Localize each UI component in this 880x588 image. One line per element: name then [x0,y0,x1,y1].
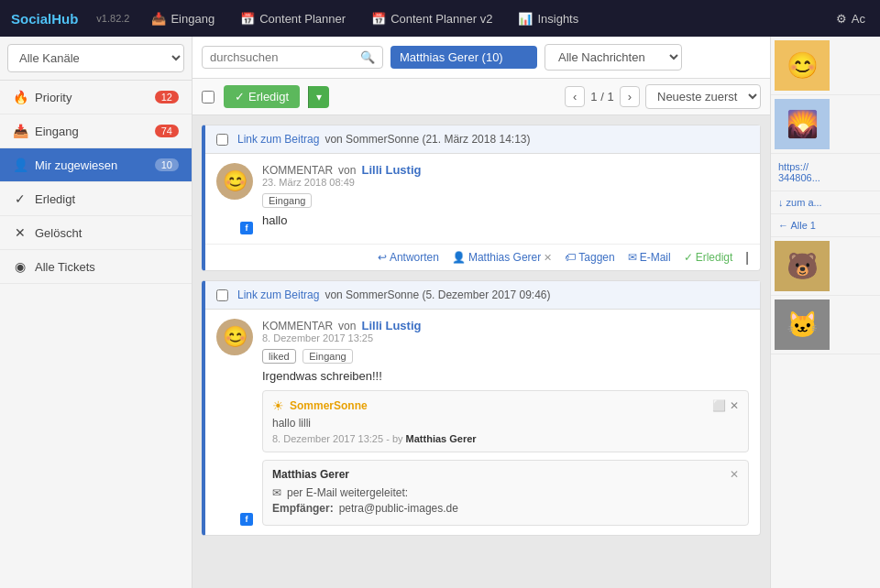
done-dropdown-button[interactable]: ▾ [308,86,329,108]
forwarded-header-2: Matthias Gerer ✕ [272,468,739,481]
nav-eingang[interactable]: 📥 Eingang [148,12,218,26]
done-action-1[interactable]: ✓ Erledigt [684,251,733,264]
rp-link-3[interactable]: https://344806... [775,158,876,187]
rp-avatar-1: 😊 [775,40,830,91]
rp-item-7[interactable]: 🐱 [771,296,880,354]
forwarded-sender-2: Matthias Gerer [272,468,349,481]
right-panel: 😊 🌄 https://344806... ↓ zum a... ← Alle … [770,37,880,588]
sidebar-item-eingang[interactable]: 📥 Eingang 74 [0,114,192,148]
gear-icon: ⚙ [836,12,847,26]
email-fw-icon: ✉ [272,486,281,499]
search-input-wrap[interactable]: 🔍 [202,46,383,69]
prev-page-button[interactable]: ‹ [565,86,585,107]
rp-item-4[interactable]: ↓ zum a... [771,191,880,214]
msg-avatar-1: 😊 [216,163,253,200]
search-input[interactable] [210,50,357,64]
check-icon: ✓ [13,191,28,206]
channel-dropdown[interactable]: Alle Kanäle [7,44,184,72]
msg-header-meta-2: von SommerSonne (5. Dezember 2017 09:46) [324,289,550,301]
msg-date-1: 23. März 2018 08:49 [262,177,749,188]
sort-select[interactable]: Neueste zuerst [645,84,761,109]
forwarded-section-2: Matthias Gerer ✕ ✉ per E-Mail weitergele… [262,460,749,526]
rp-action-4[interactable]: ↓ zum a... [775,195,876,210]
inbox-icon: 📥 [151,12,166,26]
calendar2-icon: 📅 [371,12,386,26]
quoted-header-2: ☀ SommerSonne ⬜ ✕ [272,398,739,413]
calendar-icon: 📅 [240,12,255,26]
eingang-badge: 74 [155,125,179,137]
facebook-badge-2: f [240,513,253,526]
quoted-text-2: hallo lilli [272,417,739,430]
nav-insights[interactable]: 📊 Insights [514,12,582,26]
quoted-meta-2: 8. Dezember 2017 13:25 - by Matthias Ger… [272,433,739,444]
fire-icon: 🔥 [13,90,28,104]
search-icon: 🔍 [360,50,375,64]
sidebar-item-priority[interactable]: 🔥 Priority 12 [0,81,192,114]
done-button[interactable]: ✓ Erledigt [224,85,300,108]
msg-link-2[interactable]: Link zum Beitrag [237,289,319,301]
check-done-icon: ✓ [235,90,245,103]
channel-dropdown-wrap[interactable]: Alle Kanäle [0,37,192,81]
cursor-indicator: | [745,250,749,265]
rp-action-5[interactable]: ← Alle 1 [775,218,876,233]
msg-tags-2: liked Eingang [262,349,749,369]
priority-badge: 12 [155,91,179,103]
forwarded-close-2[interactable]: ✕ [730,468,739,481]
messages-filter-select[interactable]: Alle Nachrichten [544,44,682,71]
next-page-button[interactable]: › [620,86,640,107]
message-card-2: Link zum Beitrag von SommerSonne (5. Dez… [202,280,761,536]
main-content: 🔍 Matthias Gerer (10) Alle Nachrichten ✓… [192,37,770,588]
forwarded-type-row: ✉ per E-Mail weitergeleitet: [272,486,739,499]
rp-item-3[interactable]: https://344806... [771,154,880,191]
rp-item-1[interactable]: 😊 [771,37,880,95]
action-bar: ✓ Erledigt ▾ ‹ 1 / 1 › Neueste zuerst [192,79,770,115]
msg-author-1: Lilli Lustig [361,163,421,177]
rp-photo-6: 🐻 [775,241,830,291]
msg-author-2: Lilli Lustig [361,319,421,332]
msg-checkbox-2[interactable] [216,289,228,301]
sidebar-item-alle-tickets[interactable]: ◉ Alle Tickets [0,250,192,284]
rp-item-5[interactable]: ← Alle 1 [771,214,880,237]
chart-icon: 📊 [518,12,533,26]
reply-action-1[interactable]: ↩ Antworten [378,251,439,264]
msg-tags-1: Eingang [262,193,749,213]
inbox-sidebar-icon: 📥 [13,124,28,138]
nav-content-planner-v2[interactable]: 📅 Content Planner v2 [368,12,496,26]
brand-social: Social [11,11,51,27]
msg-checkbox-1[interactable] [216,134,228,146]
msg-text-1: hallo [262,213,749,227]
nav-content-planner[interactable]: 📅 Content Planner [236,12,349,26]
close-quoted-icon[interactable]: ✕ [730,399,739,412]
tickets-icon: ◉ [13,259,28,274]
brand-hub: Hub [51,11,78,27]
settings-button[interactable]: ⚙ Ac [832,12,869,26]
user-icon: 👤 [13,158,28,172]
msg-author-row-1: KOMMENTAR von Lilli Lustig [262,163,749,177]
sun-icon: ☀ [272,398,284,413]
version-label: v1.82.2 [96,13,129,24]
rp-item-2[interactable]: 🌄 [771,95,880,154]
search-bar: 🔍 Matthias Gerer (10) Alle Nachrichten [192,37,770,79]
msg-link-1[interactable]: Link zum Beitrag [237,133,319,146]
tag-action-1[interactable]: 🏷 Taggen [565,251,614,264]
rp-item-6[interactable]: 🐻 [771,237,880,296]
sidebar-item-geloscht[interactable]: ✕ Gelöscht [0,216,192,250]
msg-text-2: Irgendwas schreiben!!! [262,369,749,383]
sidebar-item-erledigt[interactable]: ✓ Erledigt [0,182,192,216]
message-card-1: Link zum Beitrag von SommerSonne (21. Mä… [202,125,761,271]
expand-icon[interactable]: ⬜ [712,399,726,412]
top-navigation: SocialHub v1.82.2 📥 Eingang 📅 Content Pl… [0,0,880,37]
email-action-1[interactable]: ✉ E-Mail [628,251,671,264]
msg-von: von [338,164,356,177]
assign-x-1[interactable]: ✕ [544,252,552,264]
assign-action-1[interactable]: 👤 Matthias Gerer ✕ [452,251,552,264]
pagination-wrap: ‹ 1 / 1 › Neueste zuerst [565,84,761,109]
select-all-checkbox[interactable] [202,91,214,103]
msg-author-row-2: KOMMENTAR von Lilli Lustig [262,319,749,332]
sidebar-item-mir-zugewiesen[interactable]: 👤 Mir zugewiesen 10 [0,148,192,182]
msg-body-1: 😊 f KOMMENTAR von Lilli Lustig 23. März … [205,154,760,244]
user-filter-select[interactable]: Matthias Gerer (10) [390,46,537,69]
mir-zugewiesen-badge: 10 [155,158,179,171]
msg-avatar-2: 😊 [216,319,253,355]
pagination-info: 1 / 1 [590,90,613,103]
